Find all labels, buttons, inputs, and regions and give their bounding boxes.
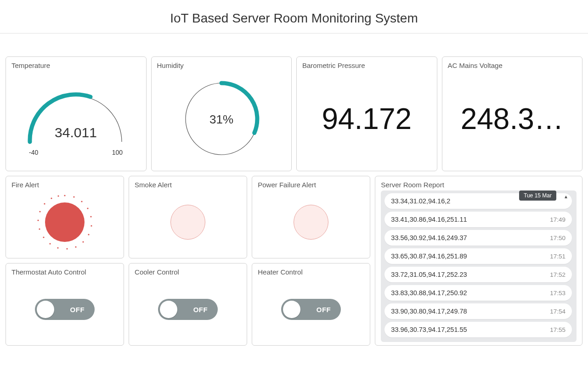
svg-point-4 (87, 207, 88, 209)
pressure-title: Barometric Pressure (302, 62, 431, 69)
list-item[interactable]: 33.96,30.73,94.17,251.55 17:55 (384, 322, 572, 337)
temperature-value: 34.011 (55, 125, 97, 140)
report-text: 33.72,31.05,94.17,252.23 (391, 271, 467, 278)
report-text: 33.56,30.92,94.16,249.37 (391, 234, 467, 241)
gauge-icon: 34.011 -40 100 (16, 78, 136, 160)
list-item[interactable]: 33.65,30.87,94.16,251.89 17:51 (384, 248, 572, 264)
fire-alert-title: Fire Alert (11, 181, 118, 189)
heater-toggle[interactable]: OFF (281, 299, 341, 320)
pressure-panel: Barometric Pressure 94.172 (296, 56, 437, 171)
report-date-tooltip: Tue 15 Mar (519, 190, 556, 201)
temperature-min: -40 (29, 149, 38, 156)
smoke-alert-title: Smoke Alert (135, 181, 241, 189)
svg-point-16 (39, 211, 40, 212)
cooler-toggle[interactable]: OFF (158, 299, 218, 320)
humidity-donut: 31% (157, 71, 286, 167)
list-item[interactable]: 33.41,30.86,94.16,251.11 17:49 (384, 212, 572, 227)
report-text: 33.34,31.02,94.16,2 (391, 197, 450, 205)
report-text: 33.90,30.80,94.17,249.78 (391, 308, 467, 315)
voltage-title: AC Mains Voltage (448, 62, 577, 69)
toggle-state: OFF (70, 306, 85, 314)
led-on-icon (45, 202, 85, 242)
power-alert-title: Power Failure Alert (258, 181, 364, 189)
svg-point-6 (90, 225, 92, 226)
led-off-icon (170, 205, 205, 240)
report-panel: Server Room Report Tue 15 Mar ▴ 33.34,31… (375, 176, 582, 346)
svg-point-1 (64, 195, 65, 196)
smoke-alert-led (135, 190, 241, 254)
voltage-value: 248.3… (448, 71, 577, 167)
svg-point-19 (57, 195, 59, 196)
toggle-state: OFF (193, 306, 208, 314)
svg-point-11 (57, 247, 58, 248)
power-alert-led (258, 190, 364, 254)
report-time: 17:52 (550, 271, 565, 278)
report-time: 17:55 (550, 326, 565, 333)
thermostat-panel: Thermostat Auto Control OFF (6, 263, 124, 346)
svg-point-3 (81, 201, 82, 202)
svg-point-8 (82, 241, 84, 242)
list-item[interactable]: 33.56,30.92,94.16,249.37 17:50 (384, 230, 572, 246)
toggle-knob-icon (283, 301, 300, 318)
report-title: Server Room Report (381, 181, 577, 189)
smoke-alert-panel: Smoke Alert (129, 176, 247, 258)
toggle-knob-icon (160, 301, 177, 318)
heater-panel: Heater Control OFF (252, 263, 370, 346)
list-item[interactable]: 33.72,31.05,94.17,252.23 17:52 (384, 267, 572, 282)
toggle-knob-icon (37, 301, 54, 318)
title-divider (0, 33, 588, 34)
report-text: 33.83,30.88,94.17,250.92 (391, 289, 467, 297)
voltage-panel: AC Mains Voltage 248.3… (442, 56, 583, 171)
donut-icon: 31% (180, 78, 263, 160)
thermostat-title: Thermostat Auto Control (11, 268, 118, 276)
list-item[interactable]: 33.83,30.88,94.17,250.92 17:53 (384, 285, 572, 301)
thermostat-toggle[interactable]: OFF (35, 299, 95, 320)
report-time: 17:50 (550, 235, 565, 241)
svg-point-12 (49, 243, 51, 244)
power-alert-panel: Power Failure Alert (252, 176, 370, 258)
humidity-value: 31% (209, 112, 233, 126)
report-text: 33.96,30.73,94.17,251.55 (391, 326, 467, 333)
led-off-icon (294, 205, 328, 240)
temperature-max: 100 (112, 149, 123, 156)
toggle-state: OFF (317, 306, 331, 314)
svg-point-9 (75, 246, 76, 247)
svg-point-18 (51, 197, 52, 199)
svg-point-15 (37, 219, 39, 221)
svg-point-10 (66, 248, 68, 249)
report-time: 17:51 (550, 253, 565, 260)
fire-alert-panel: Fire Alert (6, 176, 124, 258)
report-list[interactable]: Tue 15 Mar ▴ 33.34,31.02,94.16,2 33.41,3… (381, 190, 577, 342)
humidity-title: Humidity (157, 62, 286, 69)
list-item[interactable]: 33.90,30.80,94.17,249.78 17:54 (384, 303, 572, 319)
report-text: 33.65,30.87,94.16,251.89 (391, 252, 467, 260)
svg-point-17 (44, 203, 45, 204)
report-text: 33.41,30.86,94.16,251.11 (391, 216, 467, 223)
report-time: 17:54 (550, 308, 565, 315)
svg-point-14 (39, 228, 40, 230)
humidity-panel: Humidity 31% (151, 56, 292, 171)
svg-point-2 (73, 196, 74, 197)
caret-up-icon[interactable]: ▴ (565, 193, 567, 200)
report-time: 17:49 (550, 216, 565, 223)
temperature-panel: Temperature 34.011 -40 100 (6, 56, 147, 171)
svg-point-13 (43, 236, 44, 238)
cooler-panel: Cooler Control OFF (129, 263, 247, 346)
fire-alert-led (11, 190, 118, 254)
heater-title: Heater Control (258, 268, 364, 276)
temperature-title: Temperature (11, 62, 141, 69)
cooler-title: Cooler Control (135, 268, 241, 276)
pressure-value: 94.172 (302, 71, 431, 167)
svg-point-7 (88, 234, 89, 235)
page-title: IoT Based Server Room Monitoring System (0, 0, 588, 33)
report-time: 17:53 (550, 290, 565, 297)
svg-point-5 (90, 216, 91, 217)
temperature-gauge: 34.011 -40 100 (11, 71, 141, 167)
